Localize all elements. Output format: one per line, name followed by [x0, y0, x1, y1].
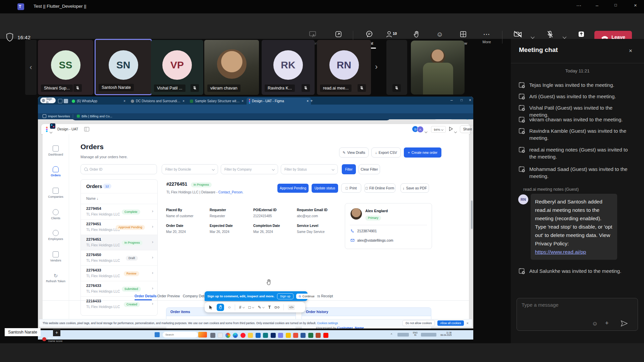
order-row[interactable]: 2276433TL Flex Holdings LLC Review ›: [81, 265, 157, 281]
shared-tray-chevron[interactable]: ^: [391, 333, 392, 336]
order-row[interactable]: 2279454TL Flex Holdings LLC Complete ›: [81, 204, 157, 220]
contact-phone-row[interactable]: 2123874901: [351, 229, 377, 233]
browser-maximize-icon[interactable]: □: [461, 98, 463, 102]
order-row-selected[interactable]: 2276451TL Flex Holdings LLC In Progress …: [81, 235, 157, 250]
sidebar-item-vendors[interactable]: Vendors: [43, 251, 69, 262]
figma-menu-icon[interactable]: [46, 127, 48, 132]
privacy-policy-link[interactable]: https://www.read.ai/pp: [535, 249, 586, 255]
shared-search-highlight-image[interactable]: [198, 332, 207, 338]
browser-tab-active[interactable]: Design - UAT - Figma ×: [247, 98, 311, 105]
figma-share-button[interactable]: Share: [460, 125, 473, 133]
filter-company-select[interactable]: Filter by Company: [221, 164, 278, 174]
participant-tile-video[interactable]: vikram chavan: [204, 40, 259, 95]
sidebar-item-orders[interactable]: Orders: [43, 166, 69, 177]
new-tab-icon[interactable]: +: [310, 98, 313, 103]
figma-file-title[interactable]: Design - UAT: [57, 127, 78, 131]
contact-email-row[interactable]: alex@vstatefilings.com: [351, 238, 393, 242]
pen-tool-icon[interactable]: ✎: [258, 305, 261, 310]
workspaces-icon[interactable]: [64, 99, 68, 103]
browser-tab[interactable]: Sample Salary Structure with calc ×: [187, 98, 246, 105]
browser-tab[interactable]: (6) WhatsApp ×: [69, 98, 128, 105]
participant-tile[interactable]: RK Ravindra K...: [262, 40, 315, 95]
participant-tile[interactable]: RN read.ai mee...: [317, 40, 371, 95]
folder-icon[interactable]: [248, 333, 253, 338]
filter-status-select[interactable]: Filter by Status: [281, 164, 338, 174]
update-status-button[interactable]: Update status: [312, 184, 338, 193]
sidebar-item-clients[interactable]: Clients: [43, 209, 69, 220]
import-favorites-button[interactable]: Import favorites: [43, 114, 70, 118]
sidebar-item-refresh-token[interactable]: ↻Refresh Token: [43, 273, 69, 283]
shape-tool-icon[interactable]: □: [249, 305, 251, 310]
browser-signin-chip[interactable]: Sign in: [40, 98, 56, 103]
overlay-plus-button[interactable]: +: [53, 329, 60, 336]
shield-icon[interactable]: [286, 333, 291, 338]
pages-panel-icon[interactable]: [84, 127, 89, 131]
zoom-select[interactable]: 94%: [431, 126, 446, 133]
sidebar-item-employees[interactable]: Employees: [43, 230, 69, 241]
chrome-icon[interactable]: [225, 333, 230, 338]
app-icon[interactable]: [210, 333, 215, 338]
app-icon[interactable]: [293, 333, 298, 338]
name-column-header[interactable]: Name ↓: [86, 196, 98, 200]
shared-search-box[interactable]: Search: [163, 332, 198, 338]
bookmark-item[interactable]: Bills | Billing and Co...: [77, 114, 112, 118]
attach-plus-icon[interactable]: +: [605, 320, 609, 327]
outlook-icon[interactable]: [271, 333, 276, 338]
tiles-scroll-right-button[interactable]: ›: [375, 62, 378, 71]
filter-domicile-select[interactable]: Filter by Domicile: [162, 164, 218, 174]
word-icon[interactable]: [301, 333, 306, 338]
order-row[interactable]: 2276450TL Flex Holdings LLC Draft ›: [81, 250, 157, 266]
tab-close-icon[interactable]: ×: [307, 99, 309, 103]
view-drafts-button[interactable]: ✎View Drafts: [339, 147, 369, 158]
tab-actions-icon[interactable]: [58, 99, 62, 103]
tab-close-icon[interactable]: ×: [241, 99, 244, 103]
cookie-close-icon[interactable]: ×: [467, 321, 469, 325]
emoji-icon[interactable]: ☺: [592, 320, 598, 327]
deny-cookies-button[interactable]: Do not allow cookies: [402, 320, 435, 326]
opera-icon[interactable]: [240, 333, 246, 338]
tiles-scroll-left-button[interactable]: ‹: [25, 40, 37, 95]
minimize-icon[interactable]: –: [596, 3, 598, 8]
text-tool-icon[interactable]: T: [268, 305, 271, 310]
edge-icon[interactable]: [233, 333, 238, 338]
chat-close-icon[interactable]: ×: [629, 48, 632, 54]
window-more-icon[interactable]: ⋯: [576, 3, 581, 9]
order-row[interactable]: 2216433TL Flex Holdings LLC Created ›: [81, 296, 157, 312]
tab-order-details[interactable]: Order Details: [135, 294, 157, 298]
dev-mode-icon[interactable]: </>: [288, 305, 295, 310]
browser-tab[interactable]: DC Divisions and Surroundings ×: [128, 98, 187, 105]
browser-close-icon[interactable]: ×: [469, 98, 471, 103]
chat-input-box[interactable]: ☺ +: [517, 298, 638, 331]
export-csv-button[interactable]: ↓Export CSV: [371, 147, 401, 158]
app-icon[interactable]: [256, 333, 261, 338]
tab-close-icon[interactable]: ×: [182, 99, 184, 103]
components-tool-icon[interactable]: [275, 306, 279, 308]
powerpoint-icon[interactable]: [316, 333, 321, 338]
participant-tile-active-speaker[interactable]: SN Santosh Narate: [95, 39, 152, 95]
comment-tool-icon[interactable]: ○: [228, 305, 231, 310]
participant-tile[interactable]: SS Shivani Sup...: [38, 40, 93, 95]
tab-order-preview[interactable]: Order Preview: [157, 294, 180, 298]
app-icon[interactable]: [218, 333, 223, 338]
close-icon[interactable]: ×: [634, 2, 637, 8]
popup-google-continue-button[interactable]: G Continue: [296, 294, 317, 299]
move-tool-icon[interactable]: [209, 305, 213, 310]
popup-signup-button[interactable]: Sign up: [277, 293, 293, 299]
create-new-order-button[interactable]: +Create new order: [404, 147, 441, 158]
present-button[interactable]: [448, 126, 453, 133]
canvas-scrollbar[interactable]: [471, 200, 473, 229]
sidebar-item-companies[interactable]: Companies: [43, 188, 69, 198]
allow-cookies-button[interactable]: Allow all cookies: [437, 320, 464, 326]
print-button[interactable]: □Print: [341, 183, 361, 193]
app-icon[interactable]: [263, 333, 268, 338]
browser-minimize-icon[interactable]: –: [450, 98, 453, 103]
spotlight-video-tile[interactable]: [411, 41, 465, 95]
teams-icon[interactable]: [278, 333, 283, 338]
clear-filter-button[interactable]: Clear Filter: [359, 164, 380, 174]
maximize-icon[interactable]: □: [614, 3, 617, 7]
participant-tile-partial[interactable]: [386, 40, 407, 95]
sidebar-item-dashboard[interactable]: Dashboard: [43, 145, 69, 156]
approval-pending-button[interactable]: Approval Pending: [277, 184, 309, 193]
order-row[interactable]: 2279451TL Flex Holdings LLC Approval Pen…: [81, 219, 157, 235]
collaborator-avatar[interactable]: A: [417, 126, 424, 133]
